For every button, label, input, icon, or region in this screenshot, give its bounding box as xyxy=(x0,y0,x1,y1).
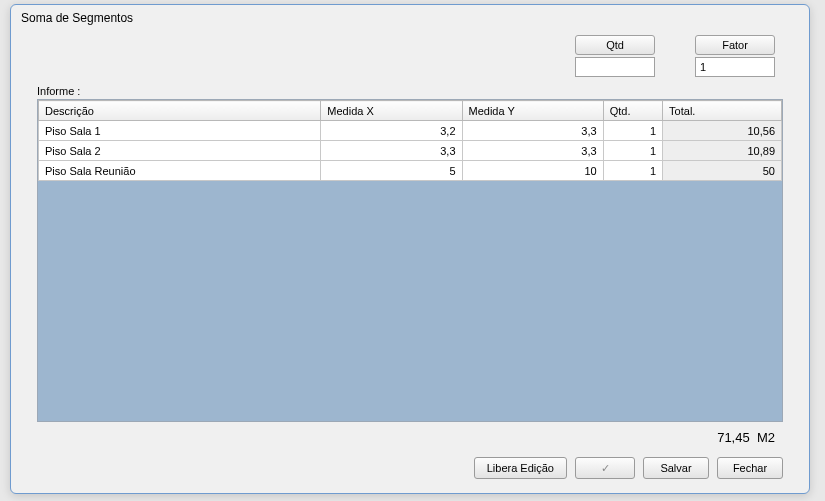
col-descricao[interactable]: Descrição xyxy=(39,101,321,121)
cell-medida-y[interactable]: 3,3 xyxy=(462,121,603,141)
dialog-title: Soma de Segmentos xyxy=(11,5,809,29)
cell-descricao[interactable]: Piso Sala Reunião xyxy=(39,161,321,181)
cell-qtd[interactable]: 1 xyxy=(603,141,662,161)
fator-input[interactable] xyxy=(695,57,775,77)
cell-qtd[interactable]: 1 xyxy=(603,121,662,141)
cell-descricao[interactable]: Piso Sala 2 xyxy=(39,141,321,161)
footer-sum-unit: M2 xyxy=(757,430,775,445)
col-medida-x[interactable]: Medida X xyxy=(321,101,462,121)
cell-medida-x[interactable]: 3,2 xyxy=(321,121,462,141)
informe-label: Informe : xyxy=(37,85,783,97)
cell-descricao[interactable]: Piso Sala 1 xyxy=(39,121,321,141)
qtd-header-button[interactable]: Qtd xyxy=(575,35,655,55)
confirm-button[interactable]: ✓ xyxy=(575,457,635,479)
soma-segmentos-dialog: Soma de Segmentos Qtd Fator Informe : De… xyxy=(10,4,810,494)
col-total[interactable]: Total. xyxy=(663,101,782,121)
table-row[interactable]: Piso Sala 13,23,3110,56 xyxy=(39,121,782,141)
footer-total: 71,45 M2 xyxy=(37,422,783,451)
table-row[interactable]: Piso Sala Reunião510150 xyxy=(39,161,782,181)
col-medida-y[interactable]: Medida Y xyxy=(462,101,603,121)
cell-total: 10,56 xyxy=(663,121,782,141)
cell-total: 50 xyxy=(663,161,782,181)
footer-sum-value: 71,45 xyxy=(717,430,750,445)
cell-total: 10,89 xyxy=(663,141,782,161)
cell-qtd[interactable]: 1 xyxy=(603,161,662,181)
libera-edicao-button[interactable]: Libera Edição xyxy=(474,457,567,479)
fator-header-button[interactable]: Fator xyxy=(695,35,775,55)
cell-medida-x[interactable]: 3,3 xyxy=(321,141,462,161)
segments-grid[interactable]: Descrição Medida X Medida Y Qtd. Total. … xyxy=(37,99,783,422)
cell-medida-y[interactable]: 10 xyxy=(462,161,603,181)
fechar-button[interactable]: Fechar xyxy=(717,457,783,479)
cell-medida-x[interactable]: 5 xyxy=(321,161,462,181)
salvar-button[interactable]: Salvar xyxy=(643,457,709,479)
cell-medida-y[interactable]: 3,3 xyxy=(462,141,603,161)
table-row[interactable]: Piso Sala 23,33,3110,89 xyxy=(39,141,782,161)
check-icon: ✓ xyxy=(601,462,610,475)
col-qtd[interactable]: Qtd. xyxy=(603,101,662,121)
qtd-input[interactable] xyxy=(575,57,655,77)
